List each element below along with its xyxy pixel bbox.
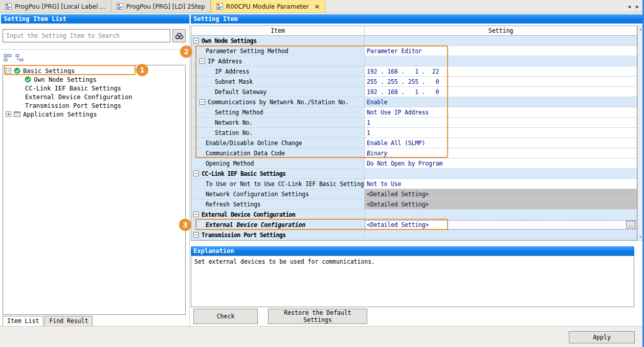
setting-value: Enable: [365, 99, 387, 106]
item-cell[interactable]: Setting Method: [191, 107, 365, 118]
tree-expander-icon[interactable]: −: [6, 68, 11, 74]
row-expander-icon[interactable]: −: [199, 58, 205, 64]
item-cell[interactable]: Communication Data Code: [191, 148, 365, 158]
document-tab-r00cpu-module-parameter[interactable]: R00CPU Module Parameter ×: [211, 0, 326, 13]
item-label: External Device Configuration: [206, 221, 305, 228]
item-cell[interactable]: − External Device Configuration: [191, 210, 365, 220]
document-tab-progpou-prg-local-label[interactable]: ProgPou [PRG] [Local Label ...: [0, 0, 112, 13]
scrollbar-up-icon[interactable]: ▲: [639, 27, 641, 31]
tree-item-label: External Device Configuration: [25, 94, 132, 101]
setting-cell[interactable]: Enable All (SLMP): [365, 138, 637, 148]
panel-tab-item-list[interactable]: Item List: [3, 316, 43, 327]
tab-label: ProgPou [PRG] [Local Label ...: [15, 3, 106, 10]
setting-cell[interactable]: Not to Use: [365, 179, 637, 189]
setting-cell[interactable]: <Detailed Setting>: [365, 199, 637, 210]
item-cell[interactable]: Network No.: [191, 118, 365, 128]
explanation-text: Set external devices to be used for comm…: [194, 258, 375, 265]
item-label: Default Gateway: [215, 88, 267, 96]
panel-tab-find-result[interactable]: Find Result: [45, 316, 93, 327]
setting-value: Binary: [365, 150, 387, 157]
close-tab-icon[interactable]: ×: [315, 3, 320, 10]
apply-button[interactable]: Apply: [569, 331, 635, 343]
setting-cell[interactable]: 255 . 255 . 255 . 0: [365, 77, 637, 87]
item-cell[interactable]: − CC-Link IEF Basic Settings: [191, 169, 365, 179]
setting-cell[interactable]: Parameter Editor: [365, 46, 637, 56]
setting-cell[interactable]: 192 . 168 . 1 . 22: [365, 66, 637, 77]
row-expander-icon[interactable]: −: [193, 232, 199, 238]
setting-cell[interactable]: <Detailed Setting> ...: [365, 220, 637, 230]
item-cell[interactable]: Network Configuration Settings: [191, 189, 365, 199]
setting-cell[interactable]: 192 . 168 . 1 . 0: [365, 87, 637, 97]
scroll-tabs-left-icon[interactable]: ◀: [628, 4, 631, 9]
item-cell[interactable]: − Communications by Network No./Station …: [191, 97, 365, 107]
item-cell[interactable]: IP Address: [191, 66, 365, 77]
setting-cell[interactable]: Not Use IP Address: [365, 107, 637, 118]
setting-row-parameter-setting-method: Parameter Setting Method Parameter Edito…: [191, 46, 637, 56]
item-label: Station No.: [215, 129, 253, 136]
setting-cell[interactable]: Do Not Open by Program: [365, 158, 637, 169]
program-tab-icon: [5, 3, 12, 10]
scrollbar-down-icon[interactable]: ▼: [639, 235, 641, 239]
setting-cell[interactable]: [365, 230, 637, 240]
tree-item-transmission-port-settings[interactable]: Transmission Port Settings: [3, 101, 185, 110]
tree-expander-icon[interactable]: +: [6, 111, 11, 117]
row-expander-icon[interactable]: −: [193, 38, 199, 43]
check-button[interactable]: Check: [193, 309, 258, 324]
item-cell[interactable]: Opening Method: [191, 158, 365, 169]
tree-item-basic-settings[interactable]: − Basic Settings: [3, 66, 185, 75]
setting-value: Enable All (SLMP): [365, 140, 425, 147]
table-header: Item Setting: [191, 26, 637, 36]
tree-item-cc-link-ief-basic-settings[interactable]: CC-Link IEF Basic Settings: [3, 84, 185, 92]
setting-cell[interactable]: [365, 210, 637, 220]
setting-cell[interactable]: [365, 56, 637, 66]
annotation-badge-1: 1: [136, 64, 148, 76]
list-panel-tabs: Item List Find Result: [3, 316, 94, 327]
setting-cell[interactable]: [365, 169, 637, 179]
item-cell[interactable]: External Device Configuration: [191, 220, 365, 230]
setting-cell[interactable]: <Detailed Setting>: [365, 189, 637, 199]
program-tab-icon: [216, 3, 223, 10]
item-cell[interactable]: Default Gateway: [191, 87, 365, 97]
search-button[interactable]: [172, 29, 186, 42]
tree-item-own-node-settings[interactable]: Own Node Settings: [3, 75, 185, 84]
item-label: To Use or Not to Use CC-Link IEF Basic S…: [206, 180, 364, 188]
tree-item-application-settings[interactable]: + Application Settings: [3, 110, 185, 119]
setting-row-ip-address: − IP Address: [191, 56, 637, 66]
collapse-all-icon[interactable]: [15, 53, 24, 62]
setting-item-list-header: Setting Item List: [1, 14, 190, 24]
row-expander-icon[interactable]: −: [199, 99, 205, 105]
item-cell[interactable]: Subnet Mask: [191, 77, 365, 87]
search-input[interactable]: [3, 29, 170, 42]
tree-item-external-device-configuration[interactable]: External Device Configuration: [3, 92, 185, 101]
setting-cell[interactable]: 1: [365, 118, 637, 128]
item-cell[interactable]: Station No.: [191, 128, 365, 138]
item-cell[interactable]: Parameter Setting Method: [191, 46, 365, 56]
application-settings-icon: [14, 111, 20, 118]
setting-value: <Detailed Setting>: [365, 221, 429, 228]
item-label: Setting Method: [215, 109, 263, 116]
item-cell[interactable]: Refresh Settings: [191, 199, 365, 210]
column-header-item: Item: [191, 26, 365, 35]
setting-row-external-device-configuration: External Device Configuration <Detailed …: [191, 220, 637, 230]
setting-value: Parameter Editor: [365, 48, 422, 55]
setting-row-own-node-settings: − Own Node Settings: [191, 36, 637, 46]
explanation-title: Explanation: [193, 247, 234, 255]
setting-cell[interactable]: [365, 36, 637, 46]
setting-cell[interactable]: Enable: [365, 97, 637, 107]
row-expander-icon[interactable]: −: [193, 171, 199, 176]
setting-cell[interactable]: 1: [365, 128, 637, 138]
binoculars-icon: [175, 32, 184, 40]
item-cell[interactable]: − Own Node Settings: [191, 36, 365, 46]
tree-toolbar: [3, 53, 24, 62]
item-cell[interactable]: − IP Address: [191, 56, 365, 66]
setting-cell[interactable]: Binary: [365, 148, 637, 158]
expand-all-icon[interactable]: [3, 53, 12, 62]
item-cell[interactable]: To Use or Not to Use CC-Link IEF Basic S…: [191, 179, 365, 189]
scroll-tabs-right-icon[interactable]: ▶: [636, 4, 639, 9]
detailed-setting-browse-button[interactable]: ...: [626, 221, 635, 228]
row-expander-icon[interactable]: −: [193, 212, 199, 217]
document-tab-progpou-prg-ld-2step[interactable]: ProgPou [PRG] [LD] 2Step: [112, 0, 211, 13]
item-cell[interactable]: − Transmission Port Settings: [191, 230, 365, 240]
restore-default-settings-button[interactable]: Restore the Default Settings: [268, 309, 367, 324]
item-cell[interactable]: Enable/Disable Online Change: [191, 138, 365, 148]
